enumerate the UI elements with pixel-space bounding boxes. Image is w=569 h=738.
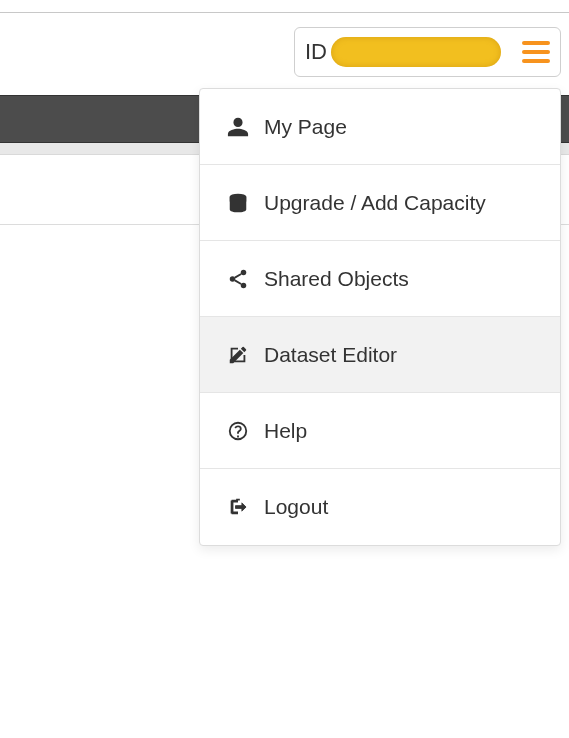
hamburger-icon[interactable] xyxy=(522,41,550,63)
share-icon xyxy=(226,267,250,291)
account-id-box[interactable]: ID xyxy=(294,27,561,77)
logout-icon xyxy=(226,495,250,519)
menu-item-label: Help xyxy=(264,419,307,443)
account-dropdown-menu: My Page Upgrade / Add Capacity Shared Ob… xyxy=(199,88,561,546)
menu-item-dataset-editor[interactable]: Dataset Editor xyxy=(200,317,560,393)
user-icon xyxy=(226,115,250,139)
toolbar: ID xyxy=(0,13,569,88)
svg-point-2 xyxy=(230,276,236,282)
menu-item-label: My Page xyxy=(264,115,347,139)
help-icon xyxy=(226,419,250,443)
window-top-strip xyxy=(0,0,569,13)
svg-point-1 xyxy=(241,269,247,275)
edit-icon xyxy=(226,343,250,367)
menu-item-label: Logout xyxy=(264,495,328,519)
id-label: ID xyxy=(305,39,327,65)
menu-item-upgrade[interactable]: Upgrade / Add Capacity xyxy=(200,165,560,241)
menu-item-label: Shared Objects xyxy=(264,267,409,291)
database-icon xyxy=(226,191,250,215)
menu-item-shared-objects[interactable]: Shared Objects xyxy=(200,241,560,317)
menu-item-my-page[interactable]: My Page xyxy=(200,89,560,165)
menu-item-label: Dataset Editor xyxy=(264,343,397,367)
menu-item-logout[interactable]: Logout xyxy=(200,469,560,545)
id-redacted-value xyxy=(331,37,501,67)
svg-point-3 xyxy=(241,282,247,288)
menu-item-help[interactable]: Help xyxy=(200,393,560,469)
menu-item-label: Upgrade / Add Capacity xyxy=(264,191,486,215)
